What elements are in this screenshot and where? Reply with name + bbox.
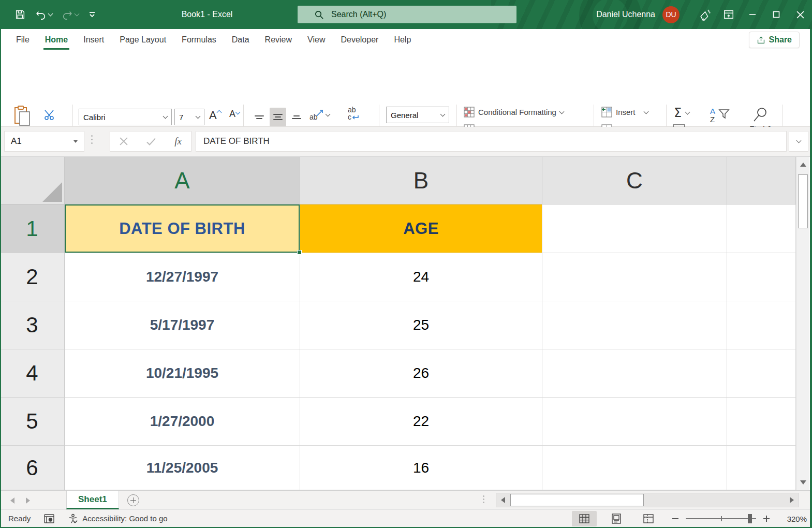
cell-d1-partial[interactable] [727,204,796,253]
cell-b4[interactable]: 26 [300,349,542,398]
wrap-text-button[interactable]: ab c [348,107,359,121]
cell-c4[interactable] [542,349,727,398]
cell-b2[interactable]: 24 [300,253,542,301]
cell-d6-partial[interactable] [727,446,796,490]
font-name-select[interactable]: Calibri [79,109,172,125]
row-header-6[interactable]: 6 [0,446,65,490]
cell-a4[interactable]: 10/21/1995 [65,349,300,398]
accessibility-checker[interactable]: Accessibility: Good to go [68,514,167,524]
save-button[interactable] [12,6,28,23]
scroll-up-button[interactable] [797,157,809,172]
cell-d4-partial[interactable] [727,349,796,398]
formula-bar-grip[interactable] [91,135,93,144]
top-align-button[interactable] [252,109,267,125]
redo-button[interactable] [60,6,81,23]
cell-b5[interactable]: 22 [300,398,542,446]
autosum-button[interactable]: Σ [674,106,689,120]
normal-view-button[interactable] [572,511,597,526]
tab-help[interactable]: Help [386,29,419,51]
minimize-button[interactable] [741,0,764,29]
vertical-scroll-thumb[interactable] [798,174,808,228]
cell-b1[interactable]: AGE [300,204,542,253]
horizontal-scroll-thumb[interactable] [510,494,644,506]
fill-handle[interactable] [297,250,302,255]
scroll-left-button[interactable] [496,493,510,507]
cell-a2[interactable]: 12/27/1997 [65,253,300,301]
zoom-level[interactable]: 320% [780,515,807,523]
maximize-button[interactable] [764,0,788,29]
zoom-in-button[interactable] [763,516,770,522]
increase-font-size-button[interactable]: A [209,109,221,122]
coming-soon-button[interactable] [693,0,717,29]
cut-button[interactable] [43,109,56,121]
cell-c1[interactable] [542,204,727,253]
macro-recording-button[interactable] [44,514,54,523]
row-header-5[interactable]: 5 [0,398,65,446]
cell-c3[interactable] [542,301,727,349]
scroll-right-button[interactable] [785,493,799,507]
conditional-formatting-button[interactable]: Conditional Formatting [464,107,564,118]
column-header-c[interactable]: C [542,157,727,204]
tab-review[interactable]: Review [257,29,300,51]
cell-d3-partial[interactable] [727,301,796,349]
formula-bar-expand-button[interactable] [789,131,808,152]
vertical-scrollbar[interactable] [796,157,809,490]
cell-d2-partial[interactable] [727,253,796,301]
tab-view[interactable]: View [300,29,333,51]
scroll-down-button[interactable] [797,475,809,490]
formula-input[interactable]: DATE OF BIRTH [196,131,787,152]
cancel-icon[interactable] [120,137,128,145]
name-box[interactable]: A1 [4,131,84,152]
tab-home[interactable]: Home [37,29,76,51]
horizontal-scrollbar[interactable] [496,493,799,507]
select-all-button[interactable] [0,157,65,204]
row-header-3[interactable]: 3 [0,301,65,349]
user-avatar[interactable]: DU [662,6,680,23]
tab-data[interactable]: Data [224,29,257,51]
decrease-font-size-button[interactable]: A [229,109,240,120]
cell-c6[interactable] [542,446,727,490]
number-format-select[interactable]: General [386,107,449,123]
column-header-partial[interactable] [727,157,796,204]
sheet-tab-sheet1[interactable]: Sheet1 [66,491,119,509]
enter-icon[interactable] [146,138,156,145]
tab-file[interactable]: File [8,29,37,51]
cell-c2[interactable] [542,253,727,301]
tab-page-layout[interactable]: Page Layout [112,29,174,51]
tab-insert[interactable]: Insert [76,29,112,51]
bottom-align-button[interactable] [289,109,304,125]
search-input[interactable]: Search (Alt+Q) [298,6,516,23]
zoom-slider-thumb[interactable] [748,514,752,523]
tab-formulas[interactable]: Formulas [174,29,224,51]
middle-align-button[interactable] [270,108,286,126]
ribbon-display-options-button[interactable] [717,0,741,29]
user-name[interactable]: Daniel Uchenna [596,10,655,19]
row-header-2[interactable]: 2 [0,253,65,301]
cell-b6[interactable]: 16 [300,446,542,490]
zoom-out-button[interactable] [672,518,678,519]
previous-sheet-button[interactable] [10,497,14,504]
cell-c5[interactable] [542,398,727,446]
row-header-1[interactable]: 1 [0,204,65,253]
cell-d5-partial[interactable] [727,398,796,446]
cell-a5[interactable]: 1/27/2000 [65,398,300,446]
cell-a6[interactable]: 11/25/2005 [65,446,300,490]
tab-scrollbar-grip[interactable] [483,495,484,503]
font-size-select[interactable]: 7 [174,109,204,125]
share-button[interactable]: Share [749,32,800,48]
new-sheet-button[interactable] [127,494,139,506]
column-header-b[interactable]: B [300,157,542,204]
column-header-a[interactable]: A [65,157,300,204]
cell-a1-selected[interactable]: DATE OF BIRTH [65,204,300,253]
page-layout-view-button[interactable] [604,511,629,526]
customize-quick-access-button[interactable] [86,8,98,21]
undo-button[interactable] [33,6,54,23]
cell-a3[interactable]: 5/17/1997 [65,301,300,349]
cell-b3[interactable]: 25 [300,301,542,349]
row-header-4[interactable]: 4 [0,349,65,398]
orientation-button[interactable]: ab [309,109,330,121]
tab-developer[interactable]: Developer [333,29,386,51]
page-break-preview-button[interactable] [636,511,661,526]
zoom-slider-track[interactable] [686,518,756,519]
next-sheet-button[interactable] [26,497,30,504]
